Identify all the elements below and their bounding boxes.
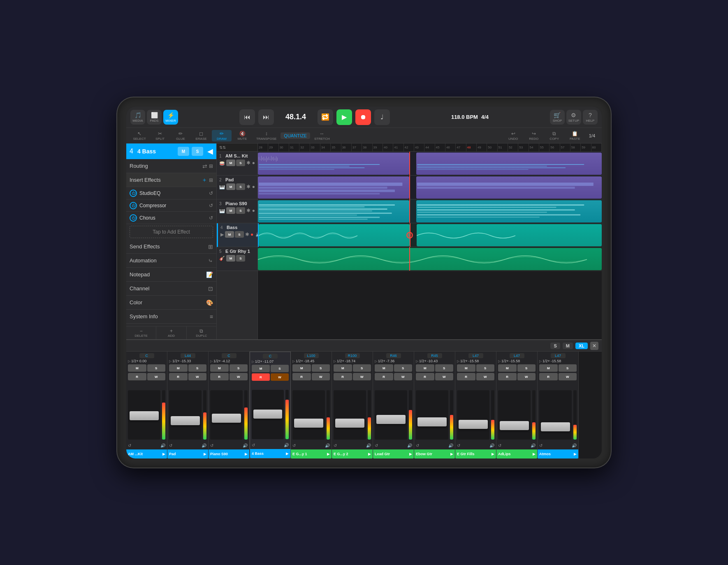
mixer-channel-6[interactable]: R100 ▷ 1/2+ -18.74 M S R W ↺ 🔊 E xyxy=(332,352,373,458)
channel-read-8[interactable]: R xyxy=(416,373,434,380)
loop-button[interactable]: 🔁 xyxy=(318,109,333,125)
compressor-power-button[interactable]: ⏻ xyxy=(130,202,137,209)
fader-knob-4[interactable] xyxy=(253,410,282,419)
pan-value-5[interactable]: L100 xyxy=(304,353,319,358)
clip-row-5[interactable] xyxy=(258,247,602,271)
pan-value-11[interactable]: L47 xyxy=(551,353,566,358)
channel-label-bar-9[interactable]: E Gtr Fills ▶ xyxy=(455,449,496,458)
channel-fader-11[interactable] xyxy=(539,390,572,440)
channel-mute-1[interactable]: M xyxy=(128,364,146,372)
channel-label-bar-6[interactable]: E G...y 2 ▶ xyxy=(332,449,373,458)
tool-mute[interactable]: 🔇 MUTE xyxy=(232,130,252,141)
clip-row-1[interactable] xyxy=(258,152,602,176)
channel-read-6[interactable]: R xyxy=(334,373,352,380)
track1-mute-button[interactable]: M xyxy=(226,160,235,166)
channel-mute-2[interactable]: M xyxy=(169,364,188,372)
channel-solo-3[interactable]: S xyxy=(230,364,248,372)
add-effect-button[interactable]: Tap to Add Effect xyxy=(130,226,213,238)
mixer-size-s[interactable]: S xyxy=(550,343,560,349)
nav-btn-pads[interactable]: ⬜ PADS xyxy=(147,110,162,125)
channel-fader-10[interactable] xyxy=(498,390,531,440)
channel-read-2[interactable]: R xyxy=(169,373,188,380)
help-button[interactable]: ? HELP xyxy=(583,110,598,125)
chorus-name[interactable]: Chorus xyxy=(139,215,209,221)
fader-knob-2[interactable] xyxy=(171,416,200,425)
channel-read-9[interactable]: R xyxy=(457,373,475,380)
track4-solo-button[interactable]: S xyxy=(235,231,244,238)
pan-value-7[interactable]: R46 xyxy=(386,353,401,358)
fader-knob-5[interactable] xyxy=(294,419,323,428)
mixer-channel-11[interactable]: L47 ▷ 1/2+ -15.58 M S R W ↺ 🔊 Atm xyxy=(538,352,579,458)
shop-button[interactable]: 🛒 SHOP xyxy=(550,110,565,125)
mixer-channel-3[interactable]: C ▷ 1/2+ -4.12 M S R W ↺ 🔊 Piano xyxy=(209,352,250,458)
channel-row[interactable]: Channel ⊡ xyxy=(126,282,216,296)
mixer-channel-5[interactable]: L100 ▷ 1/2+ -18.45 M S R W ↺ 🔊 E xyxy=(291,352,332,458)
tool-stretch[interactable]: ↔ STRETCH xyxy=(311,130,333,141)
channel-label-bar-5[interactable]: E G...y 1 ▶ xyxy=(291,449,332,458)
channel-read-4[interactable]: R xyxy=(252,373,270,381)
routing-section[interactable]: Routing ⇄ ⊞ xyxy=(126,159,216,173)
channel-label-bar-10[interactable]: AdLips ▶ xyxy=(496,449,537,458)
channel-label-bar-1[interactable]: AM ...Kit ▶ xyxy=(126,449,167,458)
channel-solo-9[interactable]: S xyxy=(476,364,495,372)
automation-row[interactable]: Automation ⤷ xyxy=(126,254,216,268)
channel-mute-8[interactable]: M xyxy=(416,364,434,372)
track3-mute-button[interactable]: M xyxy=(226,207,235,214)
studioeq-name[interactable]: StudioEQ xyxy=(139,190,209,196)
quantize-display[interactable]: QUANTIZE xyxy=(281,132,310,139)
fader-knob-10[interactable] xyxy=(500,421,529,430)
chorus-bypass-icon[interactable]: ↺ xyxy=(209,215,213,221)
channel-fader-3[interactable] xyxy=(210,390,243,440)
channel-solo-2[interactable]: S xyxy=(188,364,207,372)
channel-write-7[interactable]: W xyxy=(394,373,413,380)
channel-label-bar-4[interactable]: 4 Bass ▶ xyxy=(250,449,290,458)
nav-btn-media[interactable]: 🎵 MEDIA xyxy=(130,110,145,125)
grid-display[interactable]: 1/4 xyxy=(586,132,598,139)
mixer-channel-8[interactable]: R45 ▷ 1/2+ -10.43 M S R W ↺ 🔊 Ebo xyxy=(414,352,455,458)
pan-value-8[interactable]: R45 xyxy=(427,353,442,358)
clip-bass-1[interactable] xyxy=(259,224,410,246)
pan-value-3[interactable]: C xyxy=(222,353,236,358)
channel-write-10[interactable]: W xyxy=(517,373,536,380)
metronome-button[interactable]: ♩ xyxy=(374,109,390,125)
mixer-channel-2[interactable]: L44 ▷ 1/2+ -15.33 M S R W ↺ 🔊 Pad xyxy=(167,352,209,458)
track4-mute-button[interactable]: M xyxy=(225,231,234,238)
studioeq-power-button[interactable]: ⏻ xyxy=(130,190,137,197)
fader-knob-7[interactable] xyxy=(376,415,406,424)
channel-label-bar-11[interactable]: Atmos ▶ xyxy=(538,449,578,458)
channel-fader-1[interactable] xyxy=(128,390,160,440)
system-info-row[interactable]: System Info ≡ xyxy=(126,310,216,324)
duplicate-track-button[interactable]: ⧉ DUPLC xyxy=(187,326,216,339)
channel-read-5[interactable]: R xyxy=(292,373,311,380)
channel-write-1[interactable]: W xyxy=(147,373,166,380)
channel-write-5[interactable]: W xyxy=(312,373,330,380)
channel-read-7[interactable]: R xyxy=(375,373,393,380)
nav-btn-mixer[interactable]: ⚡ MIXER xyxy=(163,110,178,125)
track-mute-button[interactable]: M xyxy=(178,147,189,156)
pan-value-10[interactable]: L47 xyxy=(510,353,524,358)
clip-pad-1[interactable] xyxy=(258,176,409,199)
mixer-close-button[interactable]: ✕ xyxy=(590,342,598,350)
clip-guitar-1[interactable] xyxy=(258,248,602,270)
fader-knob-11[interactable] xyxy=(541,422,570,431)
channel-label-bar-3[interactable]: Piano S90 ▶ xyxy=(209,449,249,458)
skip-forward-button[interactable]: ⏭ xyxy=(258,109,274,125)
channel-mute-9[interactable]: M xyxy=(457,364,475,372)
tool-copy[interactable]: ⧉ COPY xyxy=(545,130,564,141)
channel-label-bar-8[interactable]: Ebow Gtr ▶ xyxy=(414,449,455,458)
channel-solo-5[interactable]: S xyxy=(312,364,330,372)
setup-button[interactable]: ⚙ SETUP xyxy=(566,110,581,125)
channel-solo-7[interactable]: S xyxy=(394,364,413,372)
channel-solo-8[interactable]: S xyxy=(435,364,454,372)
chorus-power-button[interactable]: ⏻ xyxy=(130,214,137,222)
channel-fader-2[interactable] xyxy=(169,390,202,440)
record-button[interactable]: ⏺ xyxy=(355,109,371,125)
channel-read-11[interactable]: R xyxy=(539,373,558,380)
clip-pad-2[interactable] xyxy=(416,176,602,199)
fader-knob-1[interactable] xyxy=(130,411,159,420)
play-button[interactable]: ▶ xyxy=(336,109,352,125)
channel-write-8[interactable]: W xyxy=(435,373,454,380)
channel-write-2[interactable]: W xyxy=(188,373,207,380)
add-track-button[interactable]: + ADD xyxy=(156,326,186,339)
channel-mute-4[interactable]: M xyxy=(252,365,270,372)
